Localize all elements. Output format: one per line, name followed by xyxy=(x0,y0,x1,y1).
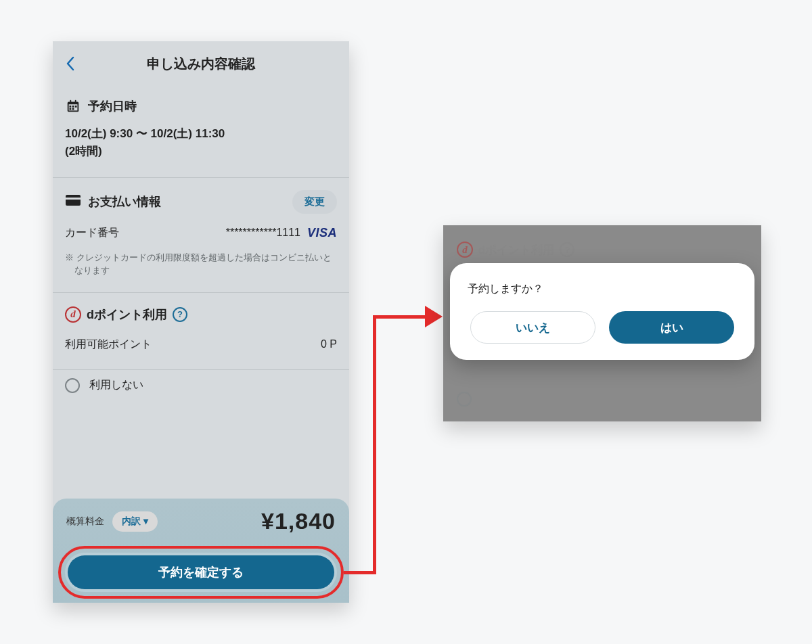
svg-rect-4 xyxy=(70,106,72,108)
available-points-label: 利用可能ポイント xyxy=(65,338,152,352)
svg-rect-10 xyxy=(66,198,81,200)
dialog-question: 予約しますか？ xyxy=(468,282,737,296)
bg-dpoint-heading: d dポイント利用 ? xyxy=(457,242,574,258)
flow-arrow xyxy=(373,315,376,574)
topbar: 申し込み内容確認 xyxy=(53,41,349,86)
card-label: カード番号 xyxy=(65,226,119,240)
change-button[interactable]: 変更 xyxy=(292,190,337,214)
price-value: ¥1,840 xyxy=(261,508,336,534)
card-icon xyxy=(65,193,81,210)
payment-note: ※ クレジットカードの利用限度額を超過した場合はコンビニ払いとなります xyxy=(53,248,349,292)
flow-arrow xyxy=(373,315,428,319)
radio-icon xyxy=(457,392,472,407)
schedule-heading: 予約日時 xyxy=(53,86,349,121)
payment-heading-text: お支払い情報 xyxy=(88,193,161,210)
schedule-line1: 10/2(土) 9:30 〜 10/2(土) 11:30 xyxy=(65,125,337,143)
confirm-reservation-button[interactable]: 予約を確定する xyxy=(68,555,334,589)
svg-rect-2 xyxy=(70,100,71,104)
svg-rect-9 xyxy=(66,195,81,206)
svg-rect-8 xyxy=(72,108,74,110)
confirmation-dialog-screen: d dポイント利用 ? 予約しますか？ いいえ はい xyxy=(443,225,761,421)
dpoint-icon: d xyxy=(457,242,473,258)
calendar-icon xyxy=(65,98,81,114)
flow-arrow xyxy=(344,571,375,574)
svg-rect-6 xyxy=(75,106,77,108)
schedule-text: 10/2(土) 9:30 〜 10/2(土) 11:30 (2時間) xyxy=(53,121,349,177)
radio-icon xyxy=(65,378,80,393)
payment-heading: お支払い情報 xyxy=(65,193,161,210)
available-points-value: 0 P xyxy=(321,338,337,350)
available-points-row: 利用可能ポイント 0 P xyxy=(53,331,349,369)
help-icon[interactable]: ? xyxy=(173,307,187,322)
svg-rect-7 xyxy=(70,108,72,110)
page-title: 申し込み内容確認 xyxy=(62,55,340,73)
help-icon: ? xyxy=(560,242,574,257)
bg-radio xyxy=(457,392,472,407)
breakdown-label: 内訳 ▾ xyxy=(122,515,148,528)
dpoint-icon: d xyxy=(65,306,81,323)
card-number: ************1111 xyxy=(226,227,300,239)
dpoint-heading-text: dポイント利用 xyxy=(87,306,167,323)
visa-icon: VISA xyxy=(307,226,337,240)
bg-dpoint-text: dポイント利用 xyxy=(478,242,554,258)
svg-rect-3 xyxy=(75,100,76,104)
confirmation-screen: 申し込み内容確認 予約日時 10/2(土) 9:30 〜 10/2(土) 11:… xyxy=(53,41,349,603)
estimate-label: 概算料金 xyxy=(66,515,104,528)
dialog-yes-button[interactable]: はい xyxy=(609,311,734,344)
flow-arrow-head-icon xyxy=(425,306,443,327)
dpoint-radio-row[interactable]: 利用しない xyxy=(53,370,349,412)
card-row: カード番号 ************1111 VISA xyxy=(53,221,349,248)
dialog-no-button[interactable]: いいえ xyxy=(470,311,595,344)
schedule-line2: (2時間) xyxy=(65,143,337,160)
svg-rect-5 xyxy=(72,106,74,108)
bottom-sheet: 概算料金 内訳 ▾ ¥1,840 予約を確定する xyxy=(53,499,349,603)
schedule-heading-text: 予約日時 xyxy=(88,98,137,114)
breakdown-button[interactable]: 内訳 ▾ xyxy=(112,511,158,532)
confirm-dialog: 予約しますか？ いいえ はい xyxy=(450,263,754,360)
dpoint-heading: d dポイント利用 ? xyxy=(53,293,349,331)
dpoint-radio-label: 利用しない xyxy=(89,378,143,392)
